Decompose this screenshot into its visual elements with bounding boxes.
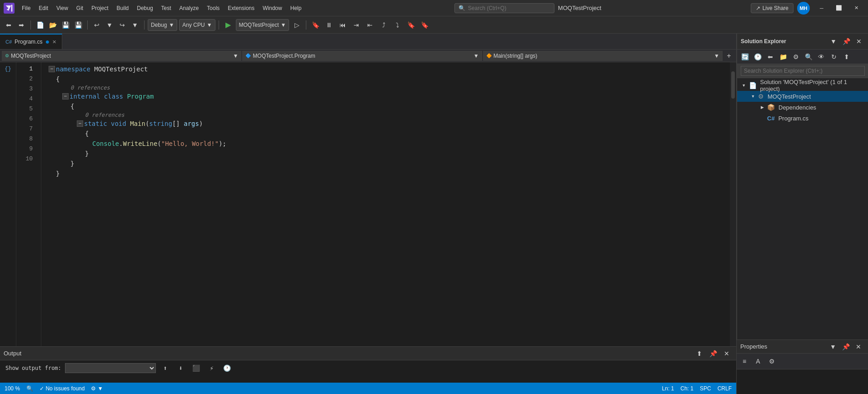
bookmark-nav1[interactable]: 🔖 [405, 19, 417, 31]
debug-mode-dropdown[interactable]: Debug ▼ [148, 19, 177, 31]
save-all-button[interactable]: 💾 [72, 19, 84, 31]
run-target-dropdown[interactable]: MOQTestProject ▼ [236, 19, 289, 31]
collapse-icon-3[interactable]: ─ [62, 93, 69, 100]
bp-btn2[interactable]: ⏮ [337, 19, 349, 31]
search-input[interactable] [468, 5, 550, 11]
menu-extensions[interactable]: Extensions [224, 3, 258, 13]
run-button[interactable]: ▶ [222, 19, 234, 31]
prop-dropdown-btn[interactable]: ▼ [827, 341, 839, 353]
output-btn4[interactable]: ⚡ [206, 362, 218, 374]
add-nav-button[interactable]: + [723, 50, 734, 61]
output-btn5[interactable]: 🕐 [221, 362, 233, 374]
output-btn1[interactable]: ⬆ [160, 362, 171, 374]
nav-class-dropdown[interactable]: 🔷 MOQTestProject.Program ▼ [242, 51, 482, 61]
output-source-dropdown[interactable] [65, 363, 156, 373]
code-content[interactable]: ─ namespace MOQTestProject { 0 reference… [41, 62, 730, 346]
tree-item-program-cs[interactable]: C# Program.cs [737, 113, 868, 124]
platform-dropdown[interactable]: Any CPU ▼ [179, 19, 215, 31]
forward-button[interactable]: ➡ [15, 19, 27, 31]
tree-item-dependencies[interactable]: ▶ 📦 Dependencies [737, 102, 868, 113]
se-tb-preview[interactable]: 👁 [815, 51, 827, 63]
prop-settings-btn[interactable]: ⚙ [766, 355, 778, 367]
se-tb-back[interactable]: ⬅ [764, 51, 776, 63]
run-target-btn2[interactable]: ▷ [291, 19, 303, 31]
se-tb-settings[interactable]: ⚙ [790, 51, 802, 63]
close-brace-1: } [56, 169, 60, 179]
se-tb-filter[interactable]: 🔍 [803, 51, 814, 63]
nav-project-dropdown[interactable]: ⚙ MOQTestProject ▼ [2, 51, 241, 61]
collapse-icon-1[interactable]: ─ [49, 66, 55, 72]
undo-button[interactable]: ↩ [91, 19, 103, 31]
bookmark-btn[interactable]: 🔖 [309, 19, 321, 31]
save-button[interactable]: 💾 [60, 19, 71, 31]
tab-close-button[interactable]: ✕ [52, 39, 56, 45]
se-header-controls: ▼ 📌 ✕ [828, 35, 865, 47]
menu-view[interactable]: View [53, 3, 72, 13]
se-tb-collapse[interactable]: ⬆ [841, 51, 853, 63]
keyword-void: void [111, 119, 130, 129]
prop-alpha-btn[interactable]: A [752, 355, 764, 367]
open-button[interactable]: 📂 [47, 19, 59, 31]
se-close-btn[interactable]: ✕ [853, 35, 865, 47]
nav-method-dropdown[interactable]: 🔶 Main(string[] args) ▼ [483, 51, 723, 61]
se-pin-btn[interactable]: 📌 [840, 35, 852, 47]
se-tb-sync[interactable]: 🔄 [739, 51, 751, 63]
menu-debug[interactable]: Debug [133, 3, 156, 13]
bp-btn1[interactable]: ⏸ [323, 19, 335, 31]
new-file-button[interactable]: 📄 [34, 19, 46, 31]
tab-program-cs[interactable]: C# Program.cs ● ✕ [0, 34, 62, 49]
prop-pin-btn[interactable]: 📌 [840, 341, 852, 353]
minimize-button[interactable]: ─ [813, 1, 830, 15]
maximize-button[interactable]: ⬜ [831, 1, 847, 15]
nav-btn2[interactable]: ⤵ [391, 19, 403, 31]
margin-empty-5 [0, 114, 16, 124]
status-left: 100 % 🔍 ✓ No issues found ⚙ ▼ [5, 385, 103, 392]
menu-window[interactable]: Window [259, 3, 286, 13]
collapse-icon-5[interactable]: ─ [77, 120, 83, 127]
output-btn2[interactable]: ⬇ [175, 362, 187, 374]
tools-dropdown[interactable]: ⚙ ▼ [91, 385, 103, 392]
zoom-level[interactable]: 100 % [5, 385, 20, 392]
search-box[interactable]: 🔍 [454, 3, 554, 13]
tree-item-solution[interactable]: ▼ 📄 Solution 'MOQTestProject' (1 of 1 pr… [737, 80, 868, 91]
live-share-button[interactable]: ↗ Live Share [751, 3, 793, 13]
menu-analyze[interactable]: Analyze [176, 3, 203, 13]
redo-button[interactable]: ↪ [116, 19, 128, 31]
menu-file[interactable]: File [18, 3, 34, 13]
prop-close-btn[interactable]: ✕ [853, 341, 864, 353]
undo-dropdown[interactable]: ▼ [104, 19, 115, 31]
line-ending-indicator[interactable]: CRLF [718, 385, 732, 392]
se-search-input[interactable] [741, 66, 865, 76]
menu-project[interactable]: Project [88, 3, 112, 13]
menu-bar: File Edit View Git Project Build Debug T… [18, 3, 305, 13]
no-issues-text: No issues found [45, 385, 85, 392]
output-btn3[interactable]: ⬛ [190, 362, 202, 374]
se-dropdown-btn[interactable]: ▼ [828, 35, 839, 47]
menu-test[interactable]: Test [158, 3, 175, 13]
output-scroll-up[interactable]: ⬆ [693, 348, 705, 359]
nav-btn1[interactable]: ⤴ [378, 19, 389, 31]
se-tb-history[interactable]: 🕐 [752, 51, 763, 63]
redo-dropdown[interactable]: ▼ [129, 19, 141, 31]
scroll-thumb[interactable] [731, 71, 735, 99]
se-tb-refresh[interactable]: ↻ [828, 51, 840, 63]
editor-scrollbar[interactable] [730, 62, 736, 346]
prop-cat-btn[interactable]: ≡ [738, 355, 750, 367]
tree-item-project[interactable]: ▼ ⚙ MOQTestProject [737, 91, 868, 102]
menu-git[interactable]: Git [73, 3, 87, 13]
encoding-indicator[interactable]: SPC [700, 385, 711, 392]
menu-tools[interactable]: Tools [203, 3, 223, 13]
back-button[interactable]: ⬅ [3, 19, 15, 31]
menu-build[interactable]: Build [113, 3, 133, 13]
menu-help[interactable]: Help [287, 3, 305, 13]
output-pin[interactable]: 📌 [707, 348, 719, 359]
menu-edit[interactable]: Edit [35, 3, 52, 13]
line-numbers: 1 2 3 4 5 6 7 8 9 10 [16, 62, 41, 346]
output-close[interactable]: ✕ [721, 348, 733, 359]
bookmark-nav2[interactable]: 🔖 [419, 19, 430, 31]
se-tb-folder[interactable]: 📁 [777, 51, 789, 63]
indent-btn1[interactable]: ⇥ [350, 19, 362, 31]
indent-btn2[interactable]: ⇤ [364, 19, 376, 31]
close-button[interactable]: ✕ [848, 1, 864, 15]
se-toolbar: 🔄 🕐 ⬅ 📁 ⚙ 🔍 👁 ↻ ⬆ [737, 50, 868, 64]
